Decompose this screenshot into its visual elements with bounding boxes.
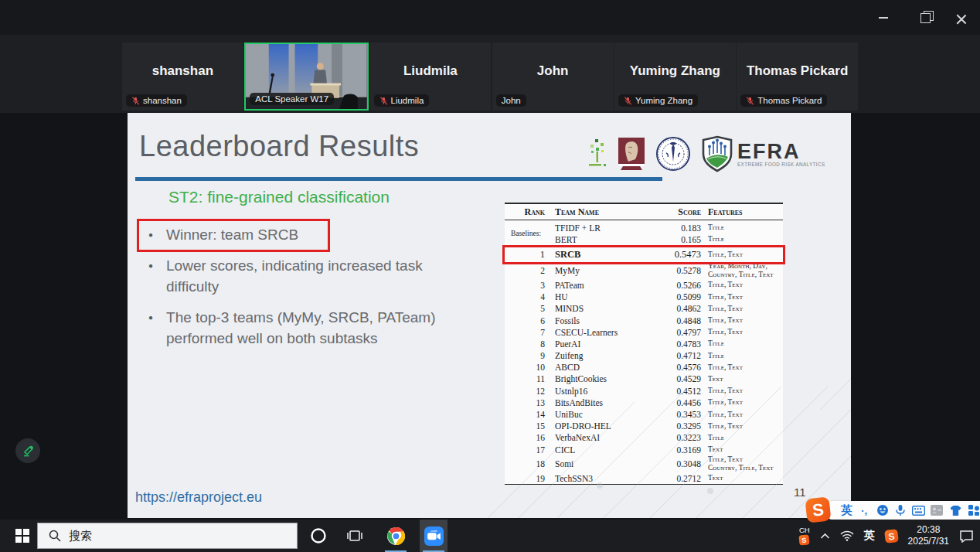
annotate-button[interactable] (15, 438, 40, 463)
participant-name: John (492, 63, 614, 79)
cell-rank: 6 (505, 316, 550, 325)
punctuation-icon[interactable]: ·, (858, 504, 870, 517)
toolbox-icon[interactable] (968, 504, 980, 517)
cell-rank: 2 (505, 266, 550, 275)
classical-bust-logo (617, 137, 646, 171)
mic-muted-icon (379, 97, 388, 105)
bullet-item: ●The top-3 teams (MyMy, SRCB, PATeam) pe… (148, 307, 488, 349)
leaderboard-row: 6Fossils0.4848Title, Text (505, 315, 783, 326)
sogou-logo[interactable]: S (805, 496, 831, 523)
svg-text:zoom: zoom (430, 529, 437, 532)
logo-row: EFRA EXTREME FOOD RISK ANALYTICS (587, 135, 825, 173)
bullet-dot: ● (148, 255, 153, 297)
presentation-slide: Leaderboard Results EFRA EXTREME FOOD RI… (128, 113, 851, 518)
zoom-icon: zoom (424, 526, 444, 546)
wifi-icon[interactable] (840, 530, 854, 541)
project-url[interactable]: https://efraproject.eu (135, 489, 262, 506)
taskbar-search[interactable]: 搜索 (37, 523, 298, 549)
participant-name: shanshan (122, 63, 243, 79)
cell-rank: 1 (505, 249, 550, 261)
cell-score: 0.5266 (653, 281, 701, 290)
cell-score: 0.183 (653, 223, 701, 233)
ch-label: CH (799, 526, 810, 534)
header-features: Features (701, 208, 783, 216)
chrome-icon (386, 526, 406, 546)
participant-video-strip: shanshanshanshanACL Speaker W17LiudmilaL… (0, 35, 980, 113)
participant-label-text: Yuming Zhang (635, 96, 692, 105)
cell-features: Title, Text (701, 293, 783, 302)
clock[interactable]: 20:38 2025/7/31 (908, 524, 949, 547)
tray-time: 20:38 (917, 524, 940, 536)
cell-team: BERT (550, 235, 653, 244)
cell-team: TFIDF + LR (550, 223, 653, 233)
sogou-tray-logo[interactable]: S (884, 529, 899, 543)
efra-shield-icon (700, 135, 734, 172)
header-score: Score (653, 206, 701, 218)
zoom-taskbar-button[interactable]: zoom (420, 520, 447, 552)
mic-muted-icon (746, 97, 754, 105)
windows-logo-icon (15, 529, 29, 543)
cell-features: Title, Text (701, 250, 783, 259)
cell-team: SRCB (550, 249, 653, 261)
participant-label: ACL Speaker W17 (250, 93, 334, 105)
participant-tile[interactable]: JohnJohn (492, 43, 614, 111)
cell-score: 0.5099 (653, 292, 701, 302)
baselines-section: Baselines: TFIDF + LR0.183TitleBERT0.165… (505, 220, 783, 247)
cell-score: 0.5473 (653, 249, 701, 261)
cortana-button[interactable] (305, 520, 332, 552)
participant-label-text: John (502, 96, 521, 105)
participant-label-text: shanshan (143, 96, 182, 105)
action-center-icon[interactable] (959, 530, 974, 543)
participant-tile[interactable]: ACL Speaker W17 (244, 43, 369, 111)
leaderboard-row: 2MyMy0.5278Year, Month, Day,Country, Tit… (505, 262, 783, 279)
ime-status[interactable]: CH S (799, 526, 810, 545)
baselines-label: Baselines: (511, 230, 541, 237)
cell-rank: 4 (505, 292, 550, 302)
start-button[interactable] (8, 520, 37, 552)
cortana-icon (310, 527, 327, 544)
stockholm-university-seal (655, 136, 691, 172)
chrome-taskbar-button[interactable] (382, 520, 410, 552)
cell-team: MINDS (550, 304, 653, 313)
cell-features: Year, Month, Day,Country, Title, Text (701, 262, 783, 279)
windows-taskbar: 搜索 zoom CH S 英 S 20:38 2025/7/31 (0, 520, 980, 552)
cell-score: 0.4848 (653, 316, 701, 325)
sogou-tray-icon: S (799, 534, 810, 545)
restore-button[interactable] (914, 9, 937, 26)
cell-rank: 3 (505, 281, 550, 290)
pixel-tree-logo (587, 138, 607, 169)
participant-tile[interactable]: Yuming ZhangYuming Zhang (614, 43, 736, 111)
voice-icon[interactable] (894, 504, 907, 517)
close-button[interactable] (949, 9, 972, 26)
participant-label: Thomas Pickard (740, 94, 827, 107)
mic-muted-icon (624, 97, 632, 105)
cell-team: MyMy (550, 266, 653, 275)
task-view-button[interactable] (341, 520, 369, 552)
participant-name: Thomas Pickard (737, 63, 858, 79)
minimize-button[interactable] (872, 9, 895, 26)
participant-tile[interactable]: Thomas PickardThomas Pickard (737, 43, 858, 111)
participant-tile[interactable]: LiudmilaLiudmila (370, 43, 492, 111)
emoji-icon[interactable] (876, 504, 888, 517)
participant-name: Liudmila (370, 63, 492, 79)
participant-label: shanshan (126, 94, 187, 107)
cell-features: Title, Text (701, 316, 783, 325)
slide-title: Leaderboard Results (139, 130, 419, 163)
cell-features: Title (701, 223, 783, 232)
skin-icon[interactable] (949, 504, 962, 517)
leaderboard-row: 1SRCB0.5473Title, Text (505, 247, 783, 262)
ime-lang-button[interactable]: 英 (841, 503, 852, 518)
cell-team: PATeam (550, 281, 653, 290)
zoom-window-titlebar (0, 0, 980, 35)
winner-highlight-box (137, 219, 330, 252)
participant-tile[interactable]: shanshanshanshan (122, 43, 243, 111)
header-rank: Rank (505, 206, 550, 218)
participant-name: Yuming Zhang (614, 63, 736, 79)
id-card-icon[interactable] (931, 504, 943, 517)
keyboard-icon[interactable] (912, 504, 925, 517)
hidden-icons-chevron[interactable] (820, 533, 830, 540)
mic-muted-icon (131, 97, 140, 105)
language-indicator[interactable]: 英 (864, 529, 875, 543)
baseline-row: TFIDF + LR0.183Title (505, 222, 783, 233)
header-team: Team Name (550, 206, 653, 218)
